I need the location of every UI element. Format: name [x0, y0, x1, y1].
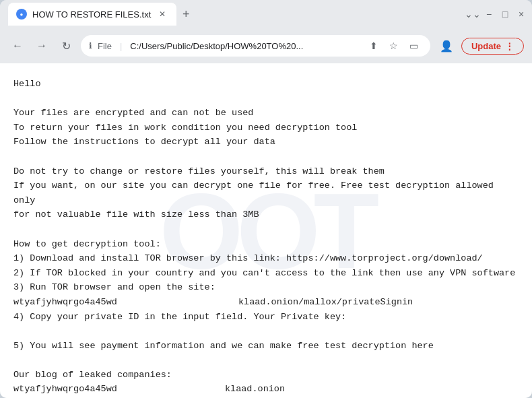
text-line: Our blog of leaked companies:: [13, 368, 519, 383]
tab-title: HOW TO RESTORE FILES.txt: [32, 9, 151, 20]
text-line: If you want, on our site you can decrypt…: [13, 178, 519, 207]
empty-line: [13, 353, 519, 368]
profile-button[interactable]: 👤: [436, 35, 457, 57]
info-icon: ℹ: [89, 41, 92, 51]
plain-text: klaad.onion/mallox/privateSignin: [238, 297, 413, 307]
text-line: 5) You will see payment information and …: [13, 339, 519, 354]
bookmark-icon[interactable]: ☆: [386, 38, 402, 54]
text-line: How to get decryption tool:: [13, 237, 519, 252]
share-icon[interactable]: ⬆: [366, 38, 382, 54]
text-line: 1) Download and install TOR browser by t…: [13, 251, 519, 266]
active-tab[interactable]: HOW TO RESTORE FILES.txt ✕: [8, 3, 176, 26]
empty-line: [13, 92, 519, 106]
text-line: 2) If TOR blocked in your country and yo…: [13, 266, 519, 281]
plain-text: wtyafjyhwqrgo4a45wd: [13, 297, 117, 307]
new-tab-button[interactable]: +: [176, 5, 195, 24]
window-controls: ⌄⌄ − □ ×: [467, 9, 527, 20]
tab-strip: HOW TO RESTORE FILES.txt ✕ +: [5, 3, 465, 26]
text-line: 4) Copy your private ID in the input fie…: [13, 310, 519, 325]
toolbar-right: 👤 Update ⋮: [436, 35, 524, 57]
tab-favicon-icon: [16, 9, 27, 20]
text-line: To return your files in work condition y…: [13, 121, 519, 135]
url-separator: |: [120, 41, 122, 51]
mixed-line: wtyafjyhwqrgo4a45wd klaad.onion/mallox/p…: [13, 295, 519, 310]
update-menu-icon: ⋮: [505, 41, 514, 51]
text-line: Do not try to change or restore files yo…: [13, 164, 519, 179]
empty-line: [13, 150, 519, 164]
text-line: Hello: [13, 77, 519, 92]
text-line: for not valuable file with size less tha…: [13, 207, 519, 222]
url-bar[interactable]: ℹ File | C:/Users/Public/Desktop/HOW%20T…: [81, 35, 430, 57]
text-line: Follow the instructions to decrypt all y…: [13, 135, 519, 150]
chevrons-icon: ⌄⌄: [467, 9, 478, 20]
update-label: Update: [471, 41, 501, 51]
url-text: C:/Users/Public/Desktop/HOW%20TO%20...: [130, 41, 303, 51]
tab-close-button[interactable]: ✕: [156, 8, 168, 20]
content-area: OOT HelloYour files are encrypted and ca…: [0, 63, 532, 398]
back-button[interactable]: ←: [8, 36, 27, 55]
title-bar: HOW TO RESTORE FILES.txt ✕ + ⌄⌄ − □ ×: [0, 0, 532, 28]
text-line: 3) Run TOR browser and open the site:: [13, 280, 519, 295]
url-scheme: File: [98, 41, 112, 51]
text-line: Your files are encrypted and can not be …: [13, 106, 519, 121]
browser-window: HOW TO RESTORE FILES.txt ✕ + ⌄⌄ − □ × ← …: [0, 0, 532, 398]
mixed-line: wtyafjyhwqrgo4a45wd klaad.onion: [13, 382, 519, 397]
text-content: HelloYour files are encrypted and can no…: [0, 63, 532, 398]
plain-text: klaad.onion: [225, 384, 285, 394]
url-actions: ⬆ ☆ ▭: [366, 38, 422, 54]
reload-button[interactable]: ↻: [57, 36, 75, 55]
address-bar: ← → ↻ ℹ File | C:/Users/Public/Desktop/H…: [0, 28, 532, 63]
mixed-line: [13, 324, 519, 339]
minimize-button[interactable]: −: [484, 9, 494, 20]
maximize-button[interactable]: □: [500, 9, 510, 20]
close-button[interactable]: ×: [516, 9, 527, 20]
empty-line: [13, 222, 519, 237]
update-button[interactable]: Update ⋮: [461, 38, 524, 55]
plain-text: wtyafjyhwqrgo4a45wd: [13, 384, 117, 394]
pip-icon[interactable]: ▭: [406, 38, 422, 54]
forward-button[interactable]: →: [32, 36, 51, 55]
